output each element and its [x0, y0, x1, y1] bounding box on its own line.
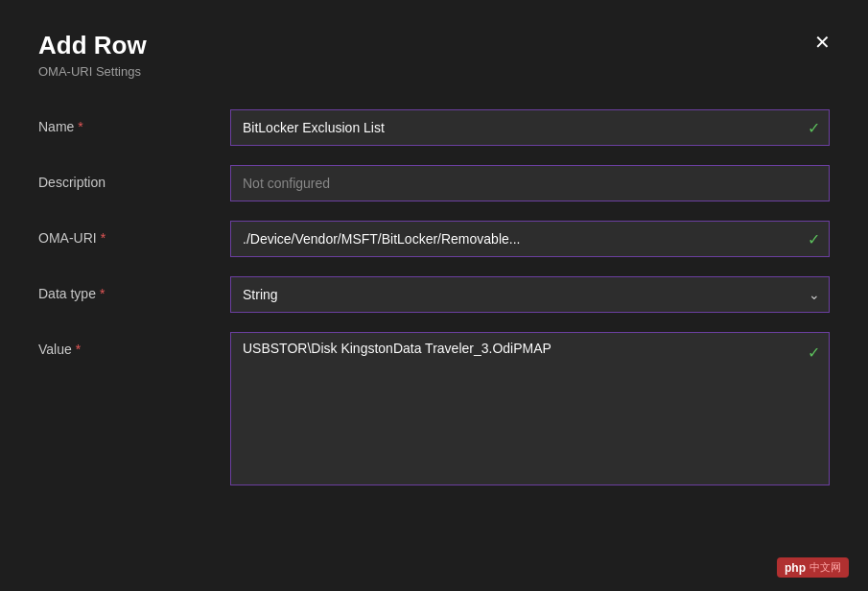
- description-row: Description: [38, 165, 830, 201]
- oma-uri-required-star: *: [101, 230, 106, 246]
- value-label: Value *: [38, 332, 230, 357]
- dialog-title: Add Row: [38, 31, 830, 60]
- dialog-subtitle: OMA-URI Settings: [38, 64, 830, 79]
- name-required-star: *: [78, 119, 82, 134]
- name-input[interactable]: [230, 109, 830, 146]
- data-type-select-wrapper: String Integer Boolean Float Date Base64…: [230, 276, 830, 313]
- watermark-text: php: [785, 561, 806, 575]
- value-textarea[interactable]: USBSTOR\Disk KingstonData Traveler_3.Odi…: [230, 332, 830, 485]
- data-type-label: Data type *: [38, 276, 230, 301]
- data-type-select[interactable]: String Integer Boolean Float Date Base64: [230, 276, 830, 313]
- dialog-header: Add Row OMA-URI Settings: [38, 31, 830, 79]
- value-field-wrapper: USBSTOR\Disk KingstonData Traveler_3.Odi…: [230, 332, 830, 488]
- value-row: Value * USBSTOR\Disk KingstonData Travel…: [38, 332, 830, 488]
- name-field-wrapper: ✓: [230, 109, 830, 146]
- oma-uri-input[interactable]: [230, 221, 830, 257]
- name-check-icon: ✓: [808, 119, 820, 137]
- description-field-wrapper: [230, 165, 830, 201]
- add-row-dialog: ✕ Add Row OMA-URI Settings Name * ✓ Desc…: [0, 0, 868, 591]
- data-type-row: Data type * String Integer Boolean Float…: [38, 276, 830, 313]
- value-check-icon: ✓: [808, 343, 820, 362]
- oma-uri-field-wrapper: ✓: [230, 221, 830, 257]
- value-required-star: *: [76, 342, 81, 357]
- name-row: Name * ✓: [38, 109, 830, 146]
- close-icon: ✕: [814, 31, 831, 54]
- close-button[interactable]: ✕: [807, 27, 837, 58]
- watermark-suffix: 中文网: [809, 560, 841, 575]
- name-label: Name *: [38, 109, 230, 134]
- oma-uri-check-icon: ✓: [808, 230, 820, 248]
- data-type-required-star: *: [100, 286, 105, 301]
- watermark: php 中文网: [777, 557, 849, 578]
- oma-uri-row: OMA-URI * ✓: [38, 221, 830, 257]
- description-input[interactable]: [230, 165, 830, 201]
- description-label: Description: [38, 165, 230, 190]
- oma-uri-label: OMA-URI *: [38, 221, 230, 246]
